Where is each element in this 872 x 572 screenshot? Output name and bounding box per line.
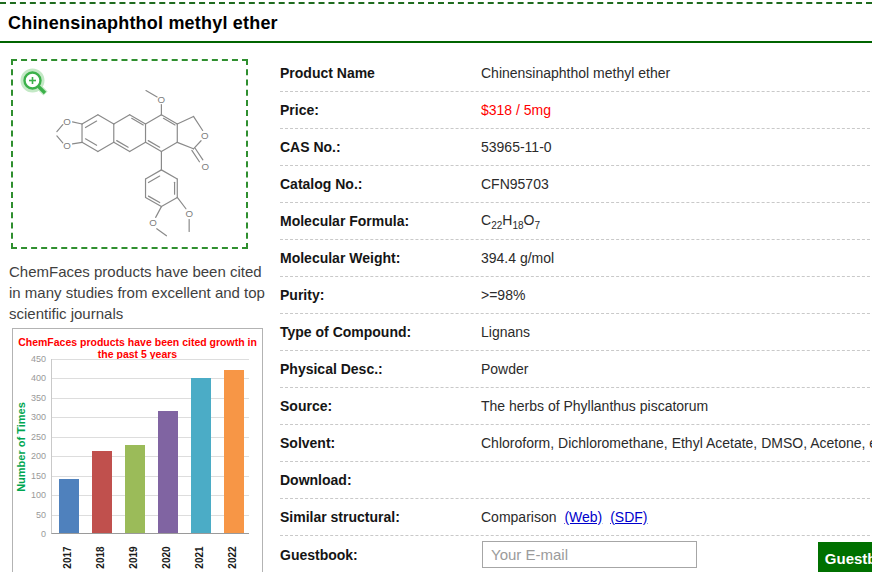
row-value: Chloroform, Dichloromethane, Ethyl Aceta… bbox=[481, 435, 872, 451]
email-input[interactable] bbox=[482, 541, 697, 568]
product-page: Chinensinaphthol methyl ether O O bbox=[0, 0, 872, 572]
x-tick-label: 2018 bbox=[84, 540, 117, 572]
table-row-catalog-no: Catalog No.: CFN95703 bbox=[280, 166, 872, 203]
chart-bar-2018 bbox=[92, 451, 112, 533]
chart-plot-area bbox=[51, 359, 249, 534]
page-title: Chinensinaphthol methyl ether bbox=[8, 13, 278, 34]
table-row-price: Price: $318 / 5mg bbox=[280, 92, 872, 129]
y-tick-label: 250 bbox=[31, 432, 46, 442]
chart-gridline bbox=[52, 495, 249, 496]
molecule-structure-image[interactable]: O O O O bbox=[43, 77, 223, 239]
row-label: Similar structural: bbox=[280, 509, 481, 525]
molecular-formula-value: C22H18O7 bbox=[481, 212, 872, 231]
row-label: Physical Desc.: bbox=[280, 361, 481, 377]
table-row-download: Download: bbox=[280, 462, 872, 499]
svg-text:O: O bbox=[185, 208, 193, 219]
chart-gridline bbox=[52, 456, 249, 457]
table-row-physical-desc: Physical Desc.: Powder bbox=[280, 351, 872, 388]
chart-bar-2022 bbox=[224, 370, 244, 533]
citation-note: ChemFaces products have been cited in ma… bbox=[9, 261, 271, 324]
y-tick-label: 150 bbox=[31, 471, 46, 481]
x-tick-label: 2020 bbox=[150, 540, 183, 572]
table-row-guestbook: Guestbook: Guestbook bbox=[280, 536, 872, 572]
table-row-purity: Purity: >=98% bbox=[280, 277, 872, 314]
comparison-text: Comparison bbox=[481, 509, 556, 525]
table-row-solvent: Solvent: Chloroform, Dichloromethane, Et… bbox=[280, 425, 872, 462]
chart-bar-2020 bbox=[158, 411, 178, 533]
table-row-molecular-formula: Molecular Formula: C22H18O7 bbox=[280, 203, 872, 240]
y-tick-label: 400 bbox=[31, 373, 46, 383]
svg-text:O: O bbox=[202, 161, 210, 172]
row-label: Molecular Formula: bbox=[280, 213, 481, 229]
row-label: Download: bbox=[280, 472, 481, 488]
y-tick-label: 200 bbox=[31, 451, 46, 461]
chart-gridline bbox=[52, 515, 249, 516]
price-value: $318 / 5mg bbox=[481, 102, 872, 118]
web-comparison-link[interactable]: (Web) bbox=[564, 509, 602, 525]
row-label: Product Name bbox=[280, 65, 481, 81]
row-value: >=98% bbox=[481, 287, 872, 303]
row-value: The herbs of Phyllanthus piscatorum bbox=[481, 398, 872, 414]
row-label: Purity: bbox=[280, 287, 481, 303]
row-label: Type of Compound: bbox=[280, 324, 481, 340]
row-label: Guestbook: bbox=[280, 547, 481, 563]
table-row-type-of-compound: Type of Compound: Lignans bbox=[280, 314, 872, 351]
chart-gridline bbox=[52, 378, 249, 379]
row-value: Powder bbox=[481, 361, 872, 377]
row-label: Source: bbox=[280, 398, 481, 414]
chart-bar-2017 bbox=[59, 479, 79, 533]
table-row-source: Source: The herbs of Phyllanthus piscato… bbox=[280, 388, 872, 425]
table-row-molecular-weight: Molecular Weight: 394.4 g/mol bbox=[280, 240, 872, 277]
row-label: Molecular Weight: bbox=[280, 250, 481, 266]
citation-growth-chart: ChemFaces products have been cited growt… bbox=[12, 328, 263, 572]
svg-text:O: O bbox=[158, 94, 166, 105]
x-tick-label: 2017 bbox=[51, 540, 84, 572]
svg-text:O: O bbox=[149, 217, 157, 228]
chart-gridline bbox=[52, 417, 249, 418]
y-tick-label: 50 bbox=[36, 510, 46, 520]
y-tick-label: 0 bbox=[41, 529, 46, 539]
product-info-table: Product Name Chinensinaphthol methyl eth… bbox=[280, 55, 872, 572]
y-tick-label: 100 bbox=[31, 490, 46, 500]
y-tick-label: 350 bbox=[31, 393, 46, 403]
chart-gridline bbox=[52, 476, 249, 477]
row-value: Lignans bbox=[481, 324, 872, 340]
row-label: Solvent: bbox=[280, 435, 481, 451]
chart-gridline bbox=[52, 359, 249, 360]
sdf-download-link[interactable]: (SDF) bbox=[610, 509, 647, 525]
title-underline bbox=[0, 41, 872, 43]
svg-text:O: O bbox=[201, 130, 209, 141]
row-value: 394.4 g/mol bbox=[481, 250, 872, 266]
structure-image-box: O O O O bbox=[11, 59, 248, 249]
chart-y-axis: 050100150200250300350400450 bbox=[13, 359, 46, 534]
x-tick-label: 2021 bbox=[183, 540, 216, 572]
row-value: 53965-11-0 bbox=[481, 139, 872, 155]
row-label: Catalog No.: bbox=[280, 176, 481, 192]
guestbook-button[interactable]: Guestbook bbox=[818, 542, 872, 572]
chart-title: ChemFaces products have been cited growt… bbox=[13, 336, 262, 360]
svg-text:O: O bbox=[63, 140, 71, 151]
y-tick-label: 300 bbox=[31, 412, 46, 422]
y-tick-label: 450 bbox=[31, 354, 46, 364]
chart-gridline bbox=[52, 437, 249, 438]
chart-bar-2021 bbox=[191, 378, 211, 533]
chart-gridline bbox=[52, 398, 249, 399]
chart-x-axis: 201720182019202020212022 bbox=[51, 540, 249, 572]
row-label: CAS No.: bbox=[280, 139, 481, 155]
chart-bar-2019 bbox=[125, 445, 145, 533]
row-value: Comparison (Web) (SDF) bbox=[481, 509, 872, 525]
x-tick-label: 2019 bbox=[117, 540, 150, 572]
row-value: Chinensinaphthol methyl ether bbox=[481, 65, 872, 81]
top-dashed-divider bbox=[0, 2, 872, 4]
x-tick-label: 2022 bbox=[216, 540, 249, 572]
table-row-product-name: Product Name Chinensinaphthol methyl eth… bbox=[280, 55, 872, 92]
svg-text:O: O bbox=[63, 116, 71, 127]
table-row-cas-no: CAS No.: 53965-11-0 bbox=[280, 129, 872, 166]
table-row-similar-structural: Similar structural: Comparison (Web) (SD… bbox=[280, 499, 872, 536]
row-value: CFN95703 bbox=[481, 176, 872, 192]
row-label: Price: bbox=[280, 102, 481, 118]
